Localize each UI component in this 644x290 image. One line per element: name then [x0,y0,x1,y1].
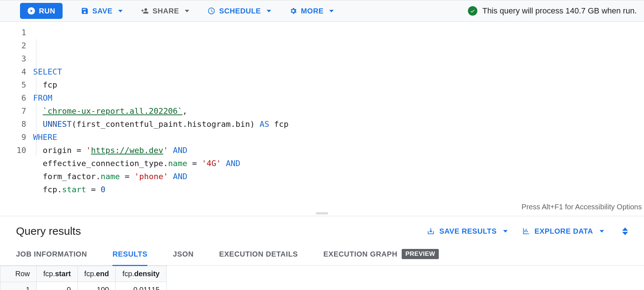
code-area[interactable]: SELECT fcpFROM `chrome-ux-report.all.202… [33,22,644,211]
person-add-icon [141,7,149,15]
results-title: Query results [16,225,412,237]
check-circle-icon [468,6,477,16]
line-gutter: 12345678910 [0,22,33,211]
chevron-down-icon [185,10,189,12]
save-button[interactable]: SAVE [81,7,123,15]
play-icon [27,7,35,15]
download-icon [427,227,435,235]
tab-json[interactable]: JSON [173,243,194,266]
more-button[interactable]: MORE [289,7,334,15]
query-toolbar: RUN SAVE SHARE SCHEDULE MORE This query … [0,0,644,22]
schedule-label: SCHEDULE [219,7,261,15]
gear-icon [289,7,297,15]
chevron-down-icon [622,232,628,235]
table-row[interactable]: 101000.01115 [0,282,167,290]
preview-badge: PREVIEW [402,249,439,259]
results-tabs: JOB INFORMATIONRESULTSJSONEXECUTION DETA… [0,244,644,266]
expand-collapse-button[interactable] [622,227,628,235]
indent-guide [36,39,36,156]
chart-icon [522,227,530,235]
results-table: Rowfcp.startfcp.endfcp.density101000.011… [0,266,167,290]
chevron-down-icon [267,10,271,12]
chevron-down-icon [600,230,604,233]
share-label: SHARE [152,7,179,15]
tab-execution-details[interactable]: EXECUTION DETAILS [219,243,298,266]
share-button[interactable]: SHARE [141,7,189,15]
tab-execution-graph[interactable]: EXECUTION GRAPHPREVIEW [323,242,439,267]
accessibility-hint: Press Alt+F1 for Accessibility Options [521,203,642,211]
panel-resize-handle[interactable]: Press Alt+F1 for Accessibility Options [0,211,644,216]
chevron-up-icon [622,227,628,231]
run-button[interactable]: RUN [20,3,63,19]
tab-job-information[interactable]: JOB INFORMATION [16,243,87,266]
more-label: MORE [301,7,323,15]
col-header: fcp.density [116,266,166,282]
results-table-wrap: Rowfcp.startfcp.endfcp.density101000.011… [0,266,644,290]
save-results-button[interactable]: SAVE RESULTS [427,227,508,235]
chevron-down-icon [329,10,334,12]
save-results-label: SAVE RESULTS [439,227,497,235]
col-header: fcp.start [37,266,78,282]
sql-editor[interactable]: 12345678910 SELECT fcpFROM `chrome-ux-re… [0,22,644,211]
status-text: This query will process 140.7 GB when ru… [482,6,637,16]
results-header: Query results SAVE RESULTS EXPLORE DATA [0,216,644,244]
save-label: SAVE [92,7,112,15]
explore-data-button[interactable]: EXPLORE DATA [522,227,604,235]
query-validation-status: This query will process 140.7 GB when ru… [468,6,637,16]
grip-icon [316,212,328,214]
run-label: RUN [39,7,55,15]
clock-icon [207,7,215,15]
save-icon [81,7,89,15]
chevron-down-icon [118,10,123,12]
col-header: fcp.end [77,266,116,282]
explore-data-label: EXPLORE DATA [534,227,593,235]
chevron-down-icon [503,230,508,233]
schedule-button[interactable]: SCHEDULE [207,7,271,15]
tab-results[interactable]: RESULTS [112,243,147,266]
col-header: Row [0,266,37,282]
